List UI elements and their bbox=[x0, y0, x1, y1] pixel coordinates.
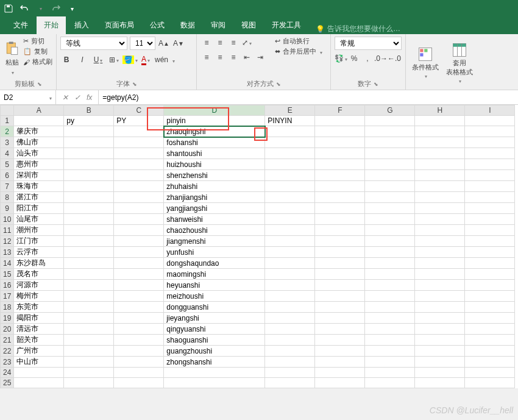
cell-B3[interactable] bbox=[64, 137, 114, 148]
dialog-launcher-icon[interactable]: ⬊ bbox=[374, 81, 378, 87]
cell-F10[interactable] bbox=[315, 214, 365, 225]
cell-D20[interactable]: qingyuanshi bbox=[164, 324, 265, 335]
cell-B24[interactable] bbox=[64, 368, 114, 378]
redo-icon[interactable] bbox=[51, 4, 61, 13]
cell-G23[interactable] bbox=[365, 357, 415, 368]
cell-C23[interactable] bbox=[114, 357, 164, 368]
copy-button[interactable]: 📋复制 bbox=[23, 47, 52, 56]
cell-E14[interactable] bbox=[265, 258, 315, 269]
cell-E22[interactable] bbox=[265, 346, 315, 357]
tab-insert[interactable]: 插入 bbox=[67, 16, 96, 34]
cell-I13[interactable] bbox=[465, 247, 515, 258]
col-header-H[interactable]: H bbox=[415, 105, 465, 116]
row-header-5[interactable]: 5 bbox=[1, 159, 14, 170]
col-header-D[interactable]: D bbox=[164, 105, 265, 116]
cell-D16[interactable]: heyuanshi bbox=[164, 280, 265, 291]
cell-E23[interactable] bbox=[265, 357, 315, 368]
cell-D7[interactable]: zhuhaishi bbox=[164, 181, 265, 192]
cell-C13[interactable] bbox=[114, 247, 164, 258]
tab-file[interactable]: 文件 bbox=[6, 16, 35, 34]
cell-I11[interactable] bbox=[465, 225, 515, 236]
format-as-table-button[interactable]: 套用 表格格式 bbox=[444, 37, 475, 88]
cell-F2[interactable] bbox=[315, 126, 365, 137]
cell-A14[interactable]: 东沙群岛 bbox=[14, 258, 64, 269]
cell-B22[interactable] bbox=[64, 346, 114, 357]
cell-D5[interactable]: huizhoushi bbox=[164, 159, 265, 170]
cell-H25[interactable] bbox=[415, 378, 465, 388]
cell-H13[interactable] bbox=[415, 247, 465, 258]
cell-G22[interactable] bbox=[365, 346, 415, 357]
decrease-font-icon[interactable]: A▼ bbox=[172, 37, 185, 49]
cell-H22[interactable] bbox=[415, 346, 465, 357]
select-all-corner[interactable] bbox=[1, 105, 14, 116]
cell-I19[interactable] bbox=[465, 313, 515, 324]
align-top-icon[interactable]: ≡ bbox=[200, 37, 213, 49]
cell-F23[interactable] bbox=[315, 357, 365, 368]
row-header-10[interactable]: 10 bbox=[1, 214, 14, 225]
col-header-I[interactable]: I bbox=[465, 105, 515, 116]
cell-I24[interactable] bbox=[465, 368, 515, 378]
cell-D9[interactable]: yangjiangshi bbox=[164, 203, 265, 214]
cell-C5[interactable] bbox=[114, 159, 164, 170]
cell-G25[interactable] bbox=[365, 378, 415, 388]
row-header-15[interactable]: 15 bbox=[1, 269, 14, 280]
cell-D19[interactable]: jieyangshi bbox=[164, 313, 265, 324]
cell-D12[interactable]: jiangmenshi bbox=[164, 236, 265, 247]
cell-G14[interactable] bbox=[365, 258, 415, 269]
cell-D3[interactable]: foshanshi bbox=[164, 137, 265, 148]
cell-F6[interactable] bbox=[315, 170, 365, 181]
cell-D2[interactable]: zhaoqingshi bbox=[164, 126, 265, 137]
save-icon[interactable] bbox=[4, 4, 13, 13]
comma-icon[interactable]: , bbox=[361, 52, 374, 65]
row-header-1[interactable]: 1 bbox=[1, 116, 14, 126]
row-header-12[interactable]: 12 bbox=[1, 236, 14, 247]
currency-icon[interactable]: 💱 bbox=[335, 52, 347, 65]
cell-A10[interactable]: 汕尾市 bbox=[14, 214, 64, 225]
row-header-19[interactable]: 19 bbox=[1, 313, 14, 324]
cell-C19[interactable] bbox=[114, 313, 164, 324]
cell-G8[interactable] bbox=[365, 192, 415, 203]
cell-G4[interactable] bbox=[365, 148, 415, 159]
row-header-22[interactable]: 22 bbox=[1, 346, 14, 357]
cell-E17[interactable] bbox=[265, 291, 315, 302]
cell-C16[interactable] bbox=[114, 280, 164, 291]
cell-G1[interactable] bbox=[365, 116, 415, 126]
cell-A20[interactable]: 清远市 bbox=[14, 324, 64, 335]
cell-F17[interactable] bbox=[315, 291, 365, 302]
wrap-text-button[interactable]: ↩自动换行 bbox=[275, 37, 322, 46]
cell-B4[interactable] bbox=[64, 148, 114, 159]
cell-D22[interactable]: guangzhoushi bbox=[164, 346, 265, 357]
cell-D6[interactable]: shenzhenshi bbox=[164, 170, 265, 181]
row-header-14[interactable]: 14 bbox=[1, 258, 14, 269]
cell-F4[interactable] bbox=[315, 148, 365, 159]
cell-E9[interactable] bbox=[265, 203, 315, 214]
cell-H23[interactable] bbox=[415, 357, 465, 368]
decrease-decimal-icon[interactable]: ←.0 bbox=[388, 52, 400, 65]
name-box[interactable]: D2 bbox=[0, 90, 56, 104]
cell-E20[interactable] bbox=[265, 324, 315, 335]
cell-D25[interactable] bbox=[164, 378, 265, 388]
cell-I6[interactable] bbox=[465, 170, 515, 181]
cell-A18[interactable]: 东莞市 bbox=[14, 302, 64, 313]
row-header-16[interactable]: 16 bbox=[1, 280, 14, 291]
row-header-24[interactable]: 24 bbox=[1, 368, 14, 378]
align-bottom-icon[interactable]: ≡ bbox=[227, 37, 239, 49]
indent-increase-icon[interactable]: ⇥ bbox=[254, 51, 266, 63]
cell-I12[interactable] bbox=[465, 236, 515, 247]
cell-D1[interactable]: pinyin bbox=[164, 116, 265, 126]
cell-A19[interactable]: 揭阳市 bbox=[14, 313, 64, 324]
cell-B13[interactable] bbox=[64, 247, 114, 258]
row-header-7[interactable]: 7 bbox=[1, 181, 14, 192]
cell-C24[interactable] bbox=[114, 368, 164, 378]
align-middle-icon[interactable]: ≡ bbox=[214, 37, 226, 49]
cell-H2[interactable] bbox=[415, 126, 465, 137]
cell-G20[interactable] bbox=[365, 324, 415, 335]
grid[interactable]: ABCDEFGHI1pyPYpinyinPINYIN2肇庆市zhaoqingsh… bbox=[0, 105, 518, 388]
cell-H1[interactable] bbox=[415, 116, 465, 126]
cell-D18[interactable]: dongguanshi bbox=[164, 302, 265, 313]
cell-C18[interactable] bbox=[114, 302, 164, 313]
cell-I10[interactable] bbox=[465, 214, 515, 225]
cell-C12[interactable] bbox=[114, 236, 164, 247]
cell-D17[interactable]: meizhoushi bbox=[164, 291, 265, 302]
cell-E21[interactable] bbox=[265, 335, 315, 346]
